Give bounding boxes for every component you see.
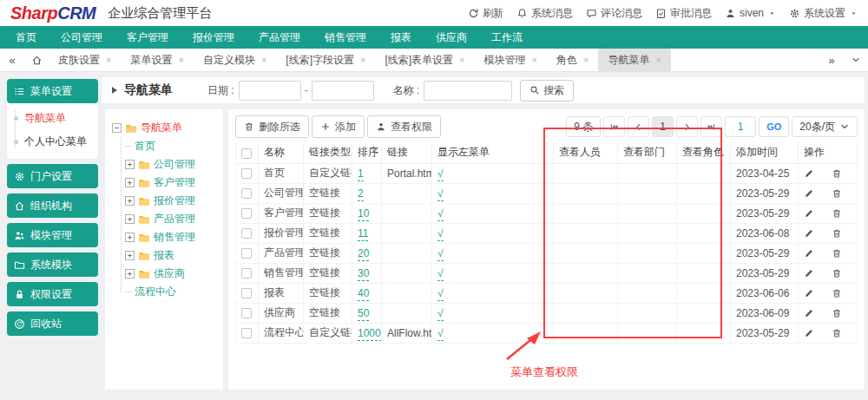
row-checkbox[interactable] [241, 208, 252, 219]
last-page-button[interactable] [700, 116, 722, 137]
sort-value[interactable]: 10 [358, 207, 369, 221]
header-action-comment-messages[interactable]: 评论消息 [586, 6, 642, 21]
sort-value[interactable]: 1 [358, 167, 364, 181]
sort-value[interactable]: 20 [358, 247, 369, 261]
sort-value[interactable]: 30 [358, 267, 369, 281]
tabs-scroll-right-icon[interactable]: » [819, 49, 844, 72]
page-size-select[interactable]: 20条/页 [792, 116, 858, 137]
nav-item-1[interactable]: 公司管理 [49, 26, 115, 49]
show-left-flag[interactable]: √ [437, 327, 444, 341]
edit-icon[interactable] [804, 248, 814, 259]
tab-close-icon[interactable]: × [360, 55, 365, 65]
sidebar-group-4[interactable]: 系统模块 [7, 252, 98, 277]
expand-icon[interactable]: + [125, 196, 135, 206]
tab-close-icon[interactable]: × [583, 55, 589, 65]
edit-icon[interactable] [804, 168, 814, 179]
delete-selected-button[interactable]: 删除所选 [235, 115, 309, 138]
row-checkbox[interactable] [241, 308, 252, 318]
sort-value[interactable]: 10000 [358, 327, 382, 341]
tab-6[interactable]: 角色× [547, 49, 598, 72]
edit-icon[interactable] [804, 328, 814, 338]
tree-node-4[interactable]: +产品管理 [125, 210, 220, 228]
tab-2[interactable]: 自定义模块× [194, 49, 276, 72]
delete-icon[interactable] [832, 188, 842, 199]
expand-icon[interactable]: + [125, 233, 135, 242]
tab-close-icon[interactable]: × [459, 55, 464, 65]
tab-close-icon[interactable]: × [532, 55, 537, 65]
show-left-flag[interactable]: √ [437, 227, 444, 241]
nav-item-7[interactable]: 供应商 [424, 26, 479, 49]
nav-item-3[interactable]: 报价管理 [181, 26, 247, 49]
header-action-refresh[interactable]: 刷新 [468, 6, 503, 21]
edit-icon[interactable] [804, 208, 814, 219]
panel-caret-icon[interactable] [112, 87, 117, 94]
show-left-flag[interactable]: √ [437, 307, 444, 321]
sidebar-group-1[interactable]: 门户设置 [7, 164, 98, 188]
go-button[interactable]: GO [759, 116, 789, 137]
delete-icon[interactable] [832, 248, 842, 259]
expand-icon[interactable]: + [125, 160, 135, 169]
edit-icon[interactable] [804, 188, 814, 199]
prev-page-button[interactable] [628, 116, 649, 137]
tabs-collapse-icon[interactable] [844, 49, 868, 72]
nav-item-4[interactable]: 产品管理 [247, 26, 312, 49]
edit-icon[interactable] [804, 268, 814, 279]
tab-5[interactable]: 模块管理× [475, 49, 547, 72]
tab-7[interactable]: 导航菜单× [598, 49, 670, 72]
tree-node-3[interactable]: +报价管理 [125, 192, 220, 210]
tab-close-icon[interactable]: × [106, 55, 111, 65]
delete-icon[interactable] [832, 288, 842, 298]
show-left-flag[interactable]: √ [437, 187, 444, 201]
tab-0[interactable]: 皮肤设置× [49, 49, 121, 72]
row-checkbox[interactable] [241, 248, 252, 259]
nav-item-6[interactable]: 报表 [378, 26, 424, 49]
sidebar-group-0[interactable]: 菜单设置 [7, 79, 98, 103]
select-all-checkbox[interactable] [241, 148, 252, 159]
sort-value[interactable]: 2 [358, 187, 364, 201]
show-left-flag[interactable]: √ [437, 287, 444, 301]
sidebar-item-0[interactable]: 导航菜单 [14, 107, 98, 130]
tree-node-8[interactable]: 流程中心 [125, 283, 220, 301]
delete-icon[interactable] [832, 268, 842, 279]
edit-icon[interactable] [804, 288, 814, 298]
nav-item-5[interactable]: 销售管理 [312, 26, 378, 49]
nav-item-0[interactable]: 首页 [3, 26, 49, 49]
show-left-flag[interactable]: √ [437, 207, 444, 221]
tree-node-1[interactable]: +公司管理 [125, 155, 220, 174]
show-left-flag[interactable]: √ [437, 247, 444, 261]
sidebar-group-2[interactable]: 组织机构 [7, 193, 98, 218]
expand-icon[interactable]: + [125, 269, 135, 279]
expand-icon[interactable]: + [125, 178, 135, 187]
nav-item-2[interactable]: 客户管理 [115, 26, 181, 49]
header-action-approval-messages[interactable]: 审批消息 [655, 6, 712, 21]
sidebar-group-5[interactable]: 权限设置 [7, 282, 98, 306]
tabs-scroll-left-icon[interactable]: « [0, 49, 24, 72]
edit-icon[interactable] [804, 308, 814, 318]
page-jump-input[interactable] [725, 116, 756, 137]
tab-close-icon[interactable]: × [178, 55, 183, 65]
tree-node-6[interactable]: +报表 [125, 246, 220, 265]
sort-value[interactable]: 40 [358, 287, 369, 301]
tab-close-icon[interactable]: × [655, 55, 661, 65]
delete-icon[interactable] [832, 228, 842, 239]
header-action-system-messages[interactable]: 系统消息 [516, 6, 573, 21]
header-action-system-settings[interactable]: 系统设置 [789, 6, 858, 21]
next-page-button[interactable] [676, 116, 698, 137]
row-checkbox[interactable] [241, 268, 252, 279]
edit-icon[interactable] [804, 228, 814, 239]
collapse-icon[interactable]: − [112, 123, 122, 133]
row-checkbox[interactable] [241, 328, 252, 338]
home-tab-icon[interactable] [24, 49, 49, 72]
sidebar-group-6[interactable]: 回收站 [7, 311, 98, 336]
name-input[interactable] [424, 81, 512, 101]
tree-node-5[interactable]: +销售管理 [125, 228, 220, 246]
tree-node-0[interactable]: 首页 [125, 137, 220, 155]
tree-node-7[interactable]: +供应商 [125, 265, 220, 283]
current-page-button[interactable]: 1 [652, 116, 674, 137]
date-from-input[interactable] [239, 81, 301, 101]
add-button[interactable]: 添加 [312, 115, 365, 138]
sort-value[interactable]: 11 [358, 227, 368, 241]
tab-4[interactable]: [线索]表单设置× [375, 49, 474, 72]
row-checkbox[interactable] [241, 228, 252, 239]
delete-icon[interactable] [832, 328, 842, 338]
